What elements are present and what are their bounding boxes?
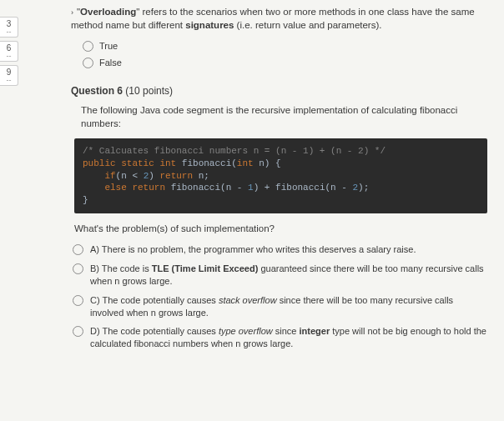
radio-icon xyxy=(73,295,83,306)
q6-heading: Question 6 (10 points) xyxy=(71,84,487,98)
radio-icon xyxy=(83,41,93,52)
question-nav-sidebar: 3 -- 6 -- 9 -- xyxy=(0,17,18,86)
option-text: C) The code potentially causes stack ove… xyxy=(90,294,487,319)
option-text: B) The code is TLE (Time Limit Exceed) g… xyxy=(90,263,487,288)
radio-icon xyxy=(73,326,83,337)
content-area: ›"Overloading" refers to the scenarios w… xyxy=(71,5,487,357)
option-text: A) There is no problem, the programmer w… xyxy=(90,243,487,256)
q6-option-a[interactable]: A) There is no problem, the programmer w… xyxy=(73,243,487,256)
q5-option-true[interactable]: True xyxy=(83,40,487,53)
nav-item-6[interactable]: 6 -- xyxy=(0,41,18,62)
radio-icon xyxy=(73,263,83,274)
caret-icon: › xyxy=(71,8,73,17)
radio-icon xyxy=(83,58,93,68)
option-label: True xyxy=(99,40,118,53)
nav-sep: -- xyxy=(0,28,18,36)
nav-sep: -- xyxy=(0,53,18,60)
q6-points: (10 points) xyxy=(123,85,173,97)
q5-options: True False xyxy=(83,40,487,69)
q6-option-d[interactable]: D) The code potentially causes type over… xyxy=(73,325,487,350)
q6-subprompt: What's the problem(s) of such implementa… xyxy=(74,222,487,235)
q6-option-b[interactable]: B) The code is TLE (Time Limit Exceed) g… xyxy=(73,263,487,288)
option-label: False xyxy=(99,57,122,69)
q6-option-c[interactable]: C) The code potentially causes stack ove… xyxy=(73,294,487,319)
q5-prompt: ›"Overloading" refers to the scenarios w… xyxy=(71,5,487,32)
radio-icon xyxy=(73,244,83,255)
option-text: D) The code potentially causes type over… xyxy=(90,325,487,350)
nav-sep: -- xyxy=(0,77,18,84)
q6-options: A) There is no problem, the programmer w… xyxy=(73,243,487,350)
nav-item-9[interactable]: 9 -- xyxy=(0,65,18,86)
code-block: /* Calcuates fibonacci numbers n = (n - … xyxy=(74,138,487,213)
nav-item-3[interactable]: 3 -- xyxy=(0,17,18,38)
q6-title: Question 6 xyxy=(71,85,123,97)
q6-prompt: The following Java code segment is the r… xyxy=(81,103,487,130)
q5-option-false[interactable]: False xyxy=(83,57,487,69)
